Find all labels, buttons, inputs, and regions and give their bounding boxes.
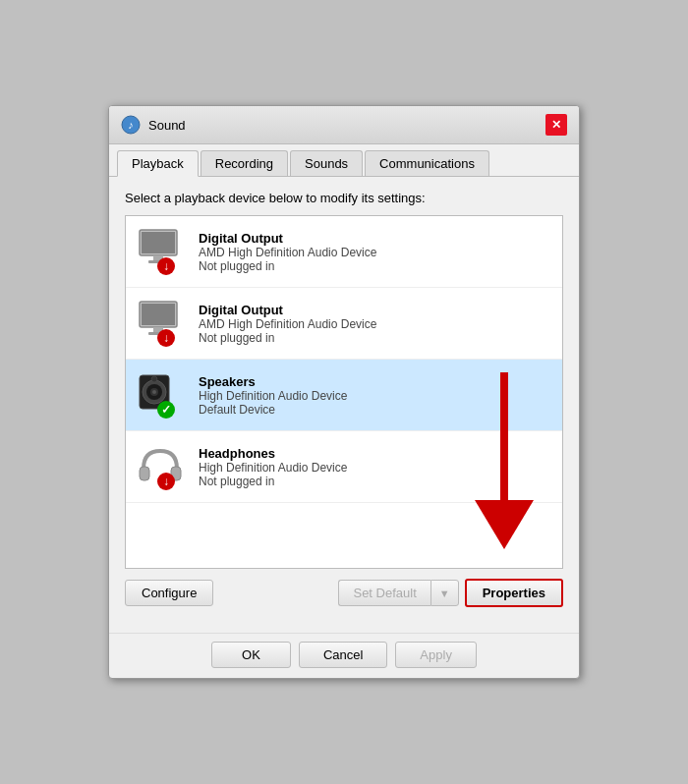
set-default-button[interactable]: Set Default [338,580,430,606]
device-item-digital-output-2[interactable]: ↓ Digital Output AMD High Definition Aud… [126,288,562,360]
device-info-1: Digital Output AMD High Definition Audio… [199,231,552,273]
properties-button[interactable]: Properties [465,579,563,607]
instruction-text: Select a playback device below to modify… [125,191,563,205]
svg-rect-3 [142,232,175,253]
set-default-dropdown[interactable]: ▼ [430,580,459,606]
sound-icon: ♪ [121,115,141,135]
device-info-2: Digital Output AMD High Definition Audio… [199,303,552,345]
svg-point-15 [151,376,157,382]
device-name-1: Digital Output [199,231,552,246]
device-desc-4: High Definition Audio Device [199,461,552,475]
configure-button[interactable]: Configure [125,580,213,606]
title-bar-left: ♪ Sound [121,115,186,135]
device-name-2: Digital Output [199,303,552,317]
device-status-1: Not plugged in [199,259,552,273]
tab-communications[interactable]: Communications [365,150,489,176]
device-item-headphones[interactable]: ↓ Headphones High Definition Audio Devic… [126,431,562,503]
right-buttons: Set Default ▼ Properties [338,579,563,607]
tab-recording[interactable]: Recording [201,150,288,176]
device-icon-wrapper-2: ↓ [136,298,187,349]
device-status-2: Not plugged in [199,331,552,345]
tabs-bar: Playback Recording Sounds Communications [109,144,579,177]
device-list[interactable]: ↓ Digital Output AMD High Definition Aud… [125,215,563,569]
device-item-digital-output-1[interactable]: ↓ Digital Output AMD High Definition Aud… [126,216,562,288]
dialog-title: Sound [148,118,186,133]
device-desc-3: High Definition Audio Device [199,389,552,403]
device-status-3: Default Device [199,403,552,417]
ok-button[interactable]: OK [211,642,291,668]
device-info-4: Headphones High Definition Audio Device … [199,446,552,488]
tab-playback[interactable]: Playback [117,150,199,177]
content-area: Select a playback device below to modify… [109,177,579,621]
svg-rect-7 [142,304,175,325]
device-status-4: Not plugged in [199,475,552,488]
svg-rect-16 [140,467,149,480]
cancel-button[interactable]: Cancel [299,642,387,668]
device-list-wrapper: ↓ Digital Output AMD High Definition Aud… [125,215,563,569]
device-name-3: Speakers [199,374,552,389]
device-desc-1: AMD High Definition Audio Device [199,246,552,259]
svg-point-14 [152,390,156,394]
sound-dialog: ♪ Sound ✕ Playback Recording Sounds Comm… [108,105,580,679]
status-badge-error-1: ↓ [157,257,175,275]
status-badge-error-4: ↓ [157,473,175,490]
device-item-speakers[interactable]: ✓ Speakers High Definition Audio Device … [126,360,562,431]
device-icon-wrapper-3: ✓ [136,369,187,420]
set-default-group: Set Default ▼ [338,580,458,606]
close-button[interactable]: ✕ [545,114,567,136]
device-name-4: Headphones [199,446,552,461]
title-bar: ♪ Sound ✕ [109,106,579,144]
scrollbar-indicator [546,566,562,569]
device-info-3: Speakers High Definition Audio Device De… [199,374,552,417]
status-badge-error-2: ↓ [157,329,175,347]
bottom-buttons: Configure Set Default ▼ Properties [125,579,563,607]
device-icon-wrapper-4: ↓ [136,441,187,492]
ok-cancel-row: OK Cancel Apply [109,633,579,678]
tab-sounds[interactable]: Sounds [290,150,363,176]
status-badge-ok-3: ✓ [157,401,175,419]
device-icon-wrapper-1: ↓ [136,226,187,277]
svg-text:♪: ♪ [128,119,134,131]
device-desc-2: AMD High Definition Audio Device [199,317,552,331]
apply-button[interactable]: Apply [395,642,477,668]
